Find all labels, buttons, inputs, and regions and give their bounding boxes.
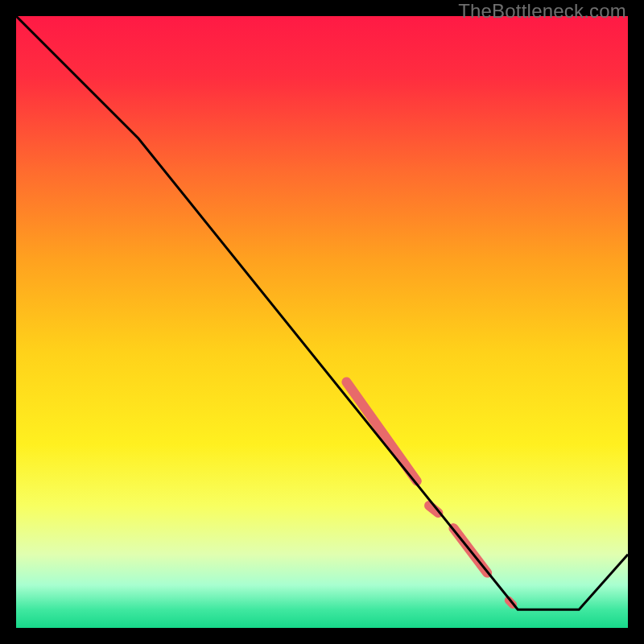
chart-svg [16, 16, 628, 628]
chart-frame [16, 16, 628, 628]
watermark-text: TheBottleneck.com [458, 0, 626, 23]
